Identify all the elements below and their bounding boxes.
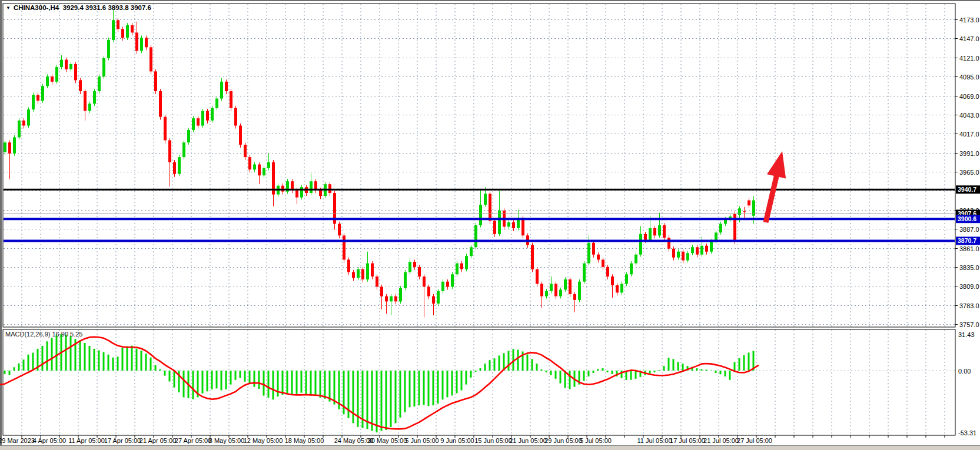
macd-bar: [748, 352, 750, 371]
macd-bar: [108, 355, 109, 371]
macd-bar: [225, 371, 227, 389]
candle: [22, 121, 25, 126]
candle: [74, 64, 77, 80]
macd-bar: [376, 371, 378, 432]
macd-bar: [442, 371, 444, 399]
candle: [437, 291, 440, 304]
candle: [18, 121, 21, 138]
date-tick-label: 8 May 05:00: [209, 437, 245, 444]
candle: [602, 259, 604, 266]
symbol-dropdown-icon[interactable]: ▼: [6, 5, 11, 11]
macd-bar: [117, 356, 119, 371]
macd-bar: [550, 371, 552, 375]
macd-bar: [588, 371, 590, 376]
candle: [215, 98, 218, 108]
macd-bar: [131, 346, 133, 371]
candle: [691, 247, 694, 253]
candle: [239, 126, 242, 145]
window-bottom-strip: [0, 445, 980, 450]
candle: [456, 264, 459, 275]
macd-bar: [541, 369, 543, 371]
candle: [385, 296, 388, 302]
macd-bar: [103, 352, 105, 371]
macd-bar: [268, 371, 270, 398]
macd-bar: [4, 371, 6, 374]
candle: [319, 190, 322, 196]
macd-bar: [734, 362, 736, 371]
candle: [507, 222, 510, 226]
date-tick-label: 21 Apr 05:00: [139, 437, 176, 444]
macd-bar: [546, 371, 547, 372]
macd-bar: [395, 371, 397, 423]
price-tick-label: 4121.0: [959, 55, 979, 62]
macd-bar: [112, 358, 114, 371]
candle: [267, 162, 270, 168]
candle: [616, 285, 619, 292]
macd-bar: [310, 371, 312, 396]
candle: [102, 58, 105, 76]
candle: [536, 269, 539, 284]
macd-bar: [42, 346, 44, 371]
macd-bar: [461, 371, 463, 391]
candle: [743, 211, 746, 212]
macd-bar: [428, 371, 430, 406]
macd-bar: [602, 368, 604, 371]
macd-bar: [404, 371, 406, 412]
macd-bar: [98, 350, 100, 371]
chart-title: ▼CHINA300-,H4 3929.4 3931.6 3893.8 3907.…: [6, 4, 151, 11]
candle: [380, 286, 383, 296]
macd-bar: [475, 371, 477, 372]
candle: [597, 255, 600, 260]
candle: [540, 284, 543, 296]
macd-bar: [207, 371, 208, 391]
chart-canvas[interactable]: 4173.04147.04121.04095.04069.04043.04017…: [0, 0, 980, 450]
candle: [587, 243, 590, 264]
date-tick-label: 4 Apr 05:00: [33, 437, 66, 444]
price-tick-label: 3991.0: [959, 150, 979, 157]
candle: [178, 157, 181, 174]
candle: [41, 86, 44, 101]
candle: [248, 157, 251, 169]
macd-bar: [291, 371, 293, 394]
candle: [465, 256, 468, 269]
date-tick-label: 5 Jun 05:00: [405, 437, 439, 444]
candle: [69, 64, 72, 69]
candle: [187, 130, 190, 142]
candle: [32, 95, 35, 109]
candle: [211, 108, 214, 121]
candle: [700, 246, 703, 255]
candle: [357, 269, 360, 278]
candle: [310, 181, 313, 193]
macd-bar: [743, 355, 745, 371]
candle: [639, 234, 642, 255]
candle: [554, 284, 557, 296]
macd-bar: [18, 364, 20, 371]
candle: [201, 111, 204, 126]
candle: [230, 91, 232, 108]
candle: [606, 267, 609, 276]
macd-bar: [367, 371, 368, 429]
candle: [8, 142, 11, 154]
candle: [550, 284, 553, 291]
macd-bar: [235, 371, 237, 380]
macd-indicator-label: MACD(12,26,9) 16.90 5.25: [5, 331, 83, 338]
symbol-period-label: CHINA300-,H4: [14, 4, 59, 11]
macd-signal-value: 5.25: [70, 331, 82, 338]
macd-bar: [494, 358, 496, 371]
macd-bar: [315, 371, 317, 396]
price-tick-label: 3757.0: [959, 321, 979, 328]
candle: [107, 40, 110, 58]
macd-bar: [569, 371, 571, 389]
candle: [225, 82, 228, 91]
candle: [36, 95, 39, 101]
macd-bar: [301, 371, 303, 393]
date-tick-label: 18 May 05:00: [285, 437, 324, 444]
macd-tick-label: 0.00: [958, 368, 971, 375]
mt4-chart-window: 4173.04147.04121.04095.04069.04043.04017…: [0, 0, 980, 450]
candle: [164, 117, 167, 141]
price-level-badge-text: 3900.6: [958, 215, 976, 222]
macd-bar: [593, 371, 594, 373]
date-tick-label: 11 Jul 05:00: [637, 437, 672, 444]
macd-bar: [489, 360, 491, 371]
macd-bar: [155, 365, 157, 371]
